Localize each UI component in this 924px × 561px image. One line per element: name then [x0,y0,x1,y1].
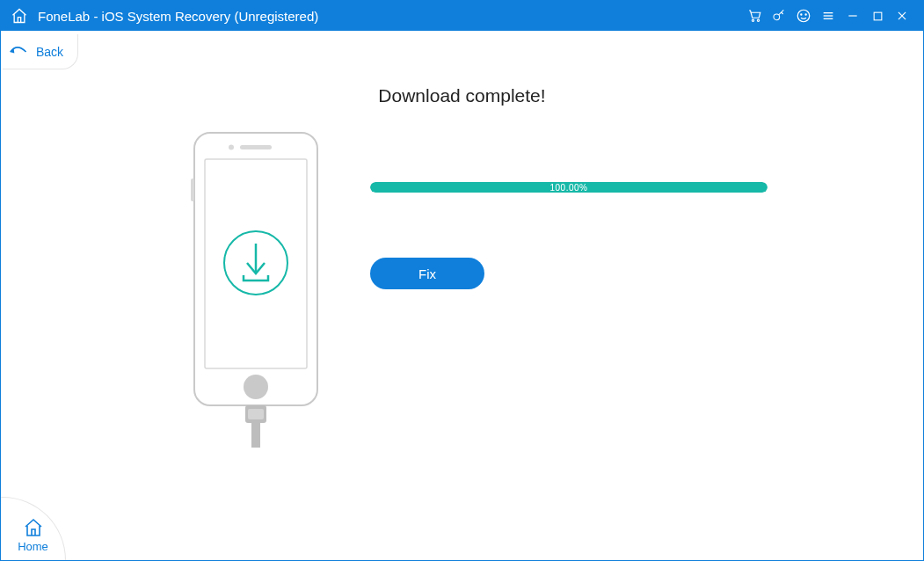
phone-illustration [177,131,335,448]
back-button[interactable]: Back [3,34,78,69]
progress-bar: 100.00% [370,182,768,193]
main-content: Download complete! [1,71,923,560]
feedback-icon[interactable] [791,4,816,28]
home-icon[interactable] [8,4,31,27]
svg-point-16 [229,145,234,150]
window-title: FoneLab - iOS System Recovery (Unregiste… [38,9,318,24]
home-label: Home [18,540,48,553]
svg-point-0 [752,19,753,21]
progress-percent: 100.00% [370,182,768,193]
svg-rect-15 [240,145,272,149]
key-icon[interactable] [767,4,791,28]
maximize-icon[interactable] [865,4,890,28]
minimize-icon[interactable] [840,4,865,28]
svg-point-1 [757,19,759,21]
svg-point-2 [774,14,780,20]
svg-point-3 [797,10,810,22]
svg-rect-22 [248,409,264,419]
svg-point-4 [801,14,802,15]
home-icon [23,517,44,538]
svg-point-5 [805,14,806,15]
cart-icon[interactable] [742,4,767,28]
fix-button[interactable]: Fix [370,258,484,289]
svg-rect-14 [191,178,194,201]
title-bar: FoneLab - iOS System Recovery (Unregiste… [1,1,923,31]
close-icon[interactable] [890,4,914,28]
back-arrow-icon [8,45,27,59]
back-label: Back [36,45,63,59]
menu-icon[interactable] [816,4,840,28]
page-title: Download complete! [1,85,923,106]
svg-point-20 [244,375,268,399]
svg-rect-23 [251,423,260,448]
svg-rect-10 [874,12,882,20]
